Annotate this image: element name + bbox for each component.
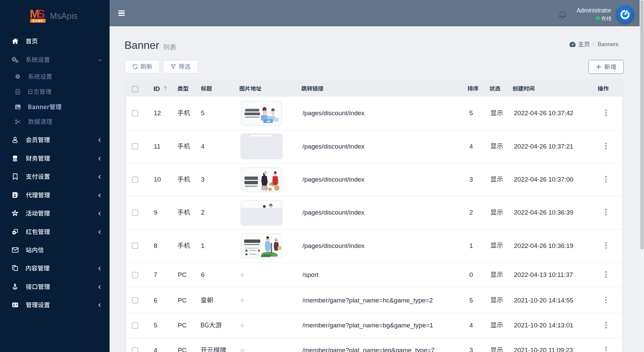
svg-text:VIP: VIP — [267, 120, 271, 123]
